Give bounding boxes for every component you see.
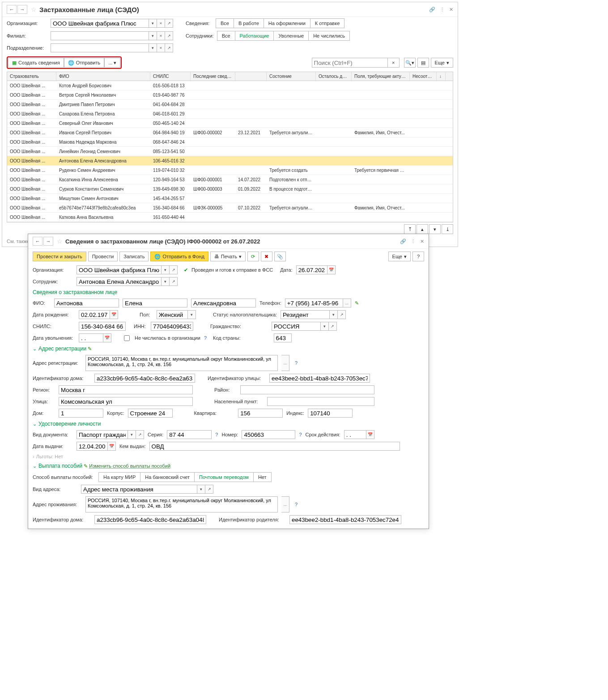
col-header[interactable]: Осталось дней xyxy=(316,72,352,81)
dropdown-icon[interactable]: ▾ xyxy=(149,19,157,28)
tab-В работе[interactable]: В работе xyxy=(234,18,264,28)
org-label: Организация: xyxy=(7,21,47,26)
dropdown-icon[interactable]: ▾ xyxy=(149,43,157,52)
nav-back-button[interactable]: ← xyxy=(33,237,43,246)
table-row[interactable]: ООО Швейная ...e5b7674be77443f79e8b2cafe… xyxy=(7,203,453,213)
goto-bottom-button[interactable]: ⤓ xyxy=(442,224,453,234)
table-row[interactable]: ООО Швейная ...Котов Андрей Борисович016… xyxy=(7,81,453,90)
cell: ШФ00-000001 xyxy=(191,176,235,183)
table-row[interactable]: ООО Швейная ...Иванов Сергей Петрович064… xyxy=(7,128,453,137)
goto-top-button[interactable]: ⤒ xyxy=(404,224,416,234)
cell xyxy=(191,94,235,96)
globe-icon: 🌐 xyxy=(68,60,74,66)
open-icon[interactable]: ↗ xyxy=(165,31,173,40)
menu-icon[interactable]: ⋮ xyxy=(411,239,416,244)
cell xyxy=(410,188,437,190)
cell: Требуется создать xyxy=(267,167,316,174)
col-header[interactable]: Поля, требующие актуа... xyxy=(352,72,410,81)
close-icon[interactable]: ✕ xyxy=(420,239,424,244)
close-icon[interactable]: ✕ xyxy=(449,7,453,13)
table-row[interactable]: ООО Швейная ...Руденко Семен Андреевич11… xyxy=(7,166,453,175)
col-header[interactable]: Несоотв... xyxy=(410,72,437,81)
cell: ШФ00-000002 xyxy=(191,129,235,136)
cell: Сахарова Елена Петровна xyxy=(56,111,150,117)
cell xyxy=(410,207,437,209)
sort-icon[interactable]: ↓ xyxy=(437,72,446,81)
search-button[interactable]: 🔍▾ xyxy=(404,58,416,68)
nav-fwd-button[interactable]: → xyxy=(17,5,27,14)
cell xyxy=(316,197,352,199)
table-row[interactable]: ООО Швейная ...Дмитриев Павел Петрович04… xyxy=(7,100,453,109)
tab-Все[interactable]: Все xyxy=(217,31,235,41)
table-row[interactable]: ООО Швейная ...Каткова Анна Васильевна16… xyxy=(7,213,453,222)
cell: ООО Швейная ... xyxy=(7,214,56,221)
star-icon[interactable]: ☆ xyxy=(57,238,63,245)
table-row[interactable]: ООО Швейная ...Сахарова Елена Петровна04… xyxy=(7,109,453,119)
star-icon[interactable]: ☆ xyxy=(31,6,37,13)
clear-icon[interactable]: × xyxy=(157,19,165,28)
cell xyxy=(316,169,352,171)
cell: ООО Швейная ... xyxy=(7,92,56,98)
list-mode-button[interactable]: ▤ xyxy=(417,58,429,68)
cell: В процессе подгото... xyxy=(267,186,316,192)
clear-icon[interactable]: × xyxy=(157,31,165,40)
table-row[interactable]: ООО Швейная ...Ветров Сергей Николаевич0… xyxy=(7,90,453,100)
link-icon[interactable]: 🔗 xyxy=(429,7,435,13)
cell xyxy=(410,160,437,162)
cell: 106-465-016 32 xyxy=(150,158,191,164)
table-row[interactable]: ООО Швейная ...Мишуткин Семен Антонович1… xyxy=(7,194,453,203)
menu-icon[interactable]: ⋮ xyxy=(440,7,445,13)
send-button[interactable]: 🌐Отправить xyxy=(64,58,105,68)
grid[interactable]: СтраховательФИОСНИЛСПоследние сведения: … xyxy=(7,72,453,222)
scroll-down-button[interactable]: ▾ xyxy=(429,224,441,234)
link-icon[interactable]: 🔗 xyxy=(400,239,406,244)
cell xyxy=(267,150,316,152)
cell: ООО Швейная ... xyxy=(7,101,56,108)
nav-back-button[interactable]: ← xyxy=(7,5,17,14)
tab-Не числились[interactable]: Не числились xyxy=(308,31,350,41)
tab-Работающие[interactable]: Работающие xyxy=(235,31,274,41)
col-header[interactable]: Страхователь xyxy=(7,72,56,81)
cell: 016-506-018 13 xyxy=(150,82,191,89)
dropdown-icon[interactable]: ▾ xyxy=(149,31,157,40)
table-row[interactable]: ООО Швейная ...Антонова Елена Александро… xyxy=(7,156,453,166)
table-row[interactable]: ООО Швейная ...Касаткина Инна Алексеевна… xyxy=(7,175,453,184)
table-row[interactable]: ООО Швейная ...Линейкин Леонид Семенович… xyxy=(7,147,453,156)
tab-Уволенные[interactable]: Уволенные xyxy=(273,31,309,41)
more-button[interactable]: Еще ▾ xyxy=(431,58,453,68)
search-clear-icon[interactable]: × xyxy=(388,58,400,68)
col-header[interactable]: Состояние xyxy=(267,72,316,81)
cell xyxy=(316,113,352,115)
ellipsis-button[interactable]: ... ▾ xyxy=(104,58,120,68)
sved-label: Сведения: xyxy=(186,21,213,26)
cell xyxy=(267,113,316,115)
col-header[interactable] xyxy=(235,72,267,81)
cell: ООО Швейная ... xyxy=(7,139,56,145)
cell: Фамилия, Имя, Отчест... xyxy=(352,205,410,211)
open-icon[interactable]: ↗ xyxy=(165,43,173,52)
podr-input[interactable] xyxy=(51,43,149,52)
table-row[interactable]: ООО Швейная ...Макова Надежда Марковна06… xyxy=(7,137,453,147)
col-header[interactable]: СНИЛС xyxy=(150,72,191,81)
cell xyxy=(191,169,235,171)
table-row[interactable]: ООО Швейная ...Сурков Константин Семенов… xyxy=(7,184,453,194)
create-button[interactable]: ▦Создать сведения xyxy=(8,58,64,68)
tab-На оформлении[interactable]: На оформлении xyxy=(264,18,310,28)
table-row[interactable]: ООО Швейная ...Северный Олег Иванович050… xyxy=(7,119,453,128)
cell xyxy=(352,94,410,96)
cell xyxy=(316,179,352,180)
nav-fwd-button[interactable]: → xyxy=(43,237,53,246)
cell: ООО Швейная ... xyxy=(7,129,56,136)
scroll-up-button[interactable]: ▴ xyxy=(417,224,428,234)
filial-input[interactable] xyxy=(51,31,149,40)
col-header[interactable]: Последние сведения: №, дата xyxy=(191,72,235,81)
search-input[interactable] xyxy=(312,58,388,68)
tab-К отправке[interactable]: К отправке xyxy=(310,18,344,28)
cell: 064-984-940 19 xyxy=(150,129,191,136)
cell: Касаткина Инна Алексеевна xyxy=(56,176,150,183)
clear-icon[interactable]: × xyxy=(157,43,165,52)
open-icon[interactable]: ↗ xyxy=(165,19,173,28)
col-header[interactable]: ФИО xyxy=(56,72,150,81)
tab-Все[interactable]: Все xyxy=(216,18,234,28)
org-input[interactable] xyxy=(51,19,149,28)
